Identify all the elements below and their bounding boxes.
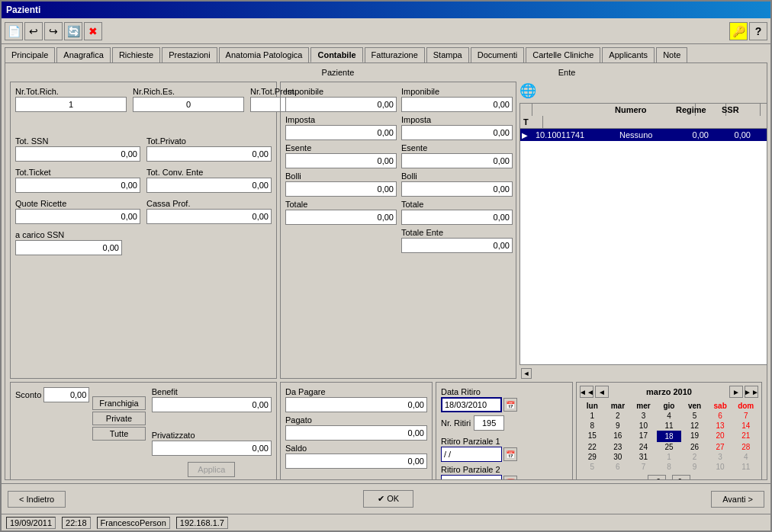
cal-day-26[interactable]: 26: [682, 442, 707, 452]
cal-day-29[interactable]: 29: [580, 452, 605, 462]
paz-imponibile-input[interactable]: 0,00: [285, 97, 397, 112]
cal-day-next-2[interactable]: 2: [682, 452, 707, 462]
nr-ritiri-input[interactable]: 195: [474, 415, 504, 431]
ente-imposta-input[interactable]: 0,00: [401, 125, 513, 140]
ente-totale-ente-input[interactable]: 0,00: [401, 238, 513, 253]
cal-day-ext-6[interactable]: 6: [606, 462, 631, 472]
tab-anagrafica[interactable]: Anagrafica: [56, 47, 111, 62]
cal-day-4[interactable]: 4: [657, 411, 682, 421]
ente-bolli-input[interactable]: 0,00: [401, 181, 513, 197]
cal-day-15[interactable]: 15: [580, 431, 605, 442]
paz-imposta-input[interactable]: 0,00: [285, 125, 397, 140]
cal-day-19[interactable]: 19: [682, 431, 707, 442]
da-pagare-input[interactable]: 0,00: [285, 397, 427, 412]
refresh2-button[interactable]: ↪: [44, 22, 63, 40]
indietro-button[interactable]: < Indietro: [8, 491, 66, 508]
ente-imponibile-input[interactable]: 0,00: [401, 97, 513, 112]
cal-day-12[interactable]: 12: [682, 421, 707, 431]
cal-day-18[interactable]: 18: [657, 431, 682, 442]
cal-day-22[interactable]: 22: [580, 442, 605, 452]
cal-day-11[interactable]: 11: [657, 421, 682, 431]
avanti-button[interactable]: Avanti >: [711, 491, 764, 508]
cal-prev-month[interactable]: ◄: [595, 386, 609, 398]
cal-day-2[interactable]: 2: [606, 411, 631, 421]
cal-day-14[interactable]: 14: [733, 421, 758, 431]
a-carico-ssn-input[interactable]: 0,00: [15, 240, 122, 255]
cal-day-1[interactable]: 1: [580, 411, 605, 421]
benefit-input[interactable]: 0,00: [152, 397, 272, 412]
cal-undo-button[interactable]: ↺: [648, 475, 666, 480]
cal-day-7[interactable]: 7: [733, 411, 758, 421]
tab-anatomia[interactable]: Anatomia Patologica: [219, 47, 310, 62]
ok-button[interactable]: ✔ OK: [363, 490, 413, 508]
cal-day-25[interactable]: 25: [657, 442, 682, 452]
cal-day-ext-8[interactable]: 8: [657, 462, 682, 472]
ritiro-parziale-1-input[interactable]: / /: [441, 447, 502, 462]
cal-day-8[interactable]: 8: [580, 421, 605, 431]
cal-redo-button[interactable]: ↻: [672, 475, 690, 480]
cal-day-next-4[interactable]: 4: [733, 452, 758, 462]
tab-applicants[interactable]: Applicants: [602, 47, 655, 62]
tab-stampa[interactable]: Stampa: [426, 47, 469, 62]
saldo-input[interactable]: 0,00: [285, 453, 427, 469]
cal-day-16[interactable]: 16: [606, 431, 631, 442]
cal-day-ext-11[interactable]: 11: [733, 462, 758, 472]
table-row[interactable]: ▶ 10.10011741 Nessuno 0,00 0,00: [520, 129, 767, 141]
cal-day-23[interactable]: 23: [606, 442, 631, 452]
cal-day-ext-5[interactable]: 5: [580, 462, 605, 472]
franchigia-button[interactable]: Franchigia: [92, 396, 145, 410]
close-button[interactable]: ✖: [84, 22, 102, 40]
ente-esente-input[interactable]: 0,00: [401, 153, 513, 168]
cal-prev-year[interactable]: ◄◄: [580, 386, 593, 398]
ente-totale-input[interactable]: 0,00: [401, 210, 513, 225]
cal-day-9[interactable]: 9: [606, 421, 631, 431]
refresh1-button[interactable]: ↩: [24, 22, 43, 40]
tab-contabile[interactable]: Contabile: [310, 47, 362, 62]
cal-day-20[interactable]: 20: [708, 431, 733, 442]
cal-day-30[interactable]: 30: [606, 452, 631, 462]
tab-fatturazione[interactable]: Fatturazione: [365, 47, 425, 62]
nr-tot-rich-input[interactable]: 1: [15, 97, 127, 112]
help-button[interactable]: ?: [749, 22, 767, 40]
refresh3-button[interactable]: 🔄: [64, 22, 82, 40]
cal-day-6[interactable]: 6: [708, 411, 733, 421]
applica-button[interactable]: Applica: [188, 462, 235, 477]
ritiro-parziale-2-input[interactable]: / /: [441, 475, 502, 480]
cal-day-next-3[interactable]: 3: [708, 452, 733, 462]
sconto-input[interactable]: 0,00: [43, 387, 89, 402]
tot-ssn-input[interactable]: 0,00: [15, 146, 140, 162]
cal-day-next-1[interactable]: 1: [657, 452, 682, 462]
data-ritiro-cal-button[interactable]: 📅: [503, 398, 517, 412]
tab-prestazioni[interactable]: Prestazioni: [162, 47, 217, 62]
new-button[interactable]: 📄: [5, 22, 23, 40]
tot-ticket-input[interactable]: 0,00: [15, 178, 140, 193]
paz-esente-input[interactable]: 0,00: [285, 153, 397, 168]
cal-next-year[interactable]: ►►: [745, 386, 758, 398]
cal-day-3[interactable]: 3: [631, 411, 656, 421]
cal-day-27[interactable]: 27: [708, 442, 733, 452]
private-button[interactable]: Private: [92, 412, 145, 425]
cal-day-ext-9[interactable]: 9: [682, 462, 707, 472]
tab-note[interactable]: Note: [656, 47, 687, 62]
cassa-prof-input[interactable]: 0,00: [146, 209, 272, 224]
globe-icon[interactable]: 🌐: [519, 82, 536, 99]
ritiro-parziale-2-cal-button[interactable]: 📅: [503, 476, 517, 480]
nr-rich-es-input[interactable]: 0: [133, 97, 244, 112]
cal-day-17[interactable]: 17: [631, 431, 656, 442]
tab-richieste[interactable]: Richieste: [112, 47, 160, 62]
privatizzato-input[interactable]: 0,00: [152, 441, 272, 456]
cal-day-21[interactable]: 21: [733, 431, 758, 442]
key-button[interactable]: 🔑: [729, 22, 748, 40]
tab-documenti[interactable]: Documenti: [471, 47, 525, 62]
tutte-button[interactable]: Tutte: [92, 427, 145, 441]
cal-day-24[interactable]: 24: [631, 442, 656, 452]
tab-cartelle[interactable]: Cartelle Cliniche: [526, 47, 600, 62]
pagato-input[interactable]: 0,00: [285, 425, 427, 441]
cal-day-13[interactable]: 13: [708, 421, 733, 431]
table-scroll-left[interactable]: ◄: [521, 368, 532, 379]
data-ritiro-input[interactable]: 18/03/2010: [441, 397, 502, 412]
cal-day-28[interactable]: 28: [733, 442, 758, 452]
paz-bolli-input[interactable]: 0,00: [285, 181, 397, 197]
cal-day-31[interactable]: 31: [631, 452, 656, 462]
tab-principale[interactable]: Principale: [5, 47, 55, 62]
